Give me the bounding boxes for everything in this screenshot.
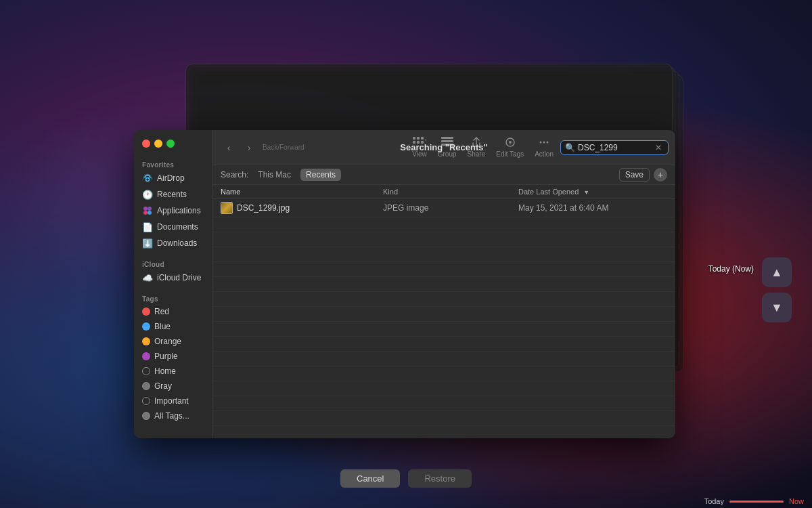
all-tags-dot xyxy=(142,412,150,420)
save-search-button[interactable]: Save xyxy=(619,168,650,182)
sidebar-item-downloads[interactable]: ⬇️ Downloads xyxy=(137,236,209,251)
svg-rect-12 xyxy=(441,137,453,139)
toolbar: ‹ › Back/Forward Searching "Recents" xyxy=(212,130,675,165)
red-tag-dot xyxy=(142,308,150,316)
column-header-kind[interactable]: Kind xyxy=(383,188,518,196)
sidebar-label-recents: Recents xyxy=(157,190,187,199)
file-kind: JPEG image xyxy=(383,203,518,213)
action-label: Action xyxy=(535,150,554,158)
sort-indicator: ▼ xyxy=(583,189,589,196)
sidebar-label-tag-gray: Gray xyxy=(154,381,172,391)
home-tag-dot xyxy=(142,367,150,375)
sidebar-label-tag-home: Home xyxy=(154,366,176,376)
restore-button[interactable]: Restore xyxy=(408,469,472,488)
sidebar-item-tag-important[interactable]: Important xyxy=(137,394,209,408)
svg-marker-11 xyxy=(425,140,426,142)
file-date: May 15, 2021 at 6:40 AM xyxy=(518,203,667,213)
svg-point-19 xyxy=(543,142,545,144)
timeline-now: Now xyxy=(789,497,804,505)
search-scope-bar: Search: This Mac Recents Save + xyxy=(212,165,675,185)
add-search-criteria-button[interactable]: + xyxy=(654,168,667,182)
search-scope-label: Search: xyxy=(221,170,248,179)
timeline: Today Now xyxy=(696,494,812,508)
today-now-container: Today (Now) ▲ xyxy=(762,257,792,287)
empty-row xyxy=(212,352,675,366)
important-tag-dot xyxy=(142,397,150,405)
column-header-name[interactable]: Name xyxy=(221,188,383,196)
file-list: Name Kind Date Last Opened ▼ DSC_1299.jp… xyxy=(212,185,675,438)
scope-this-mac-button[interactable]: This Mac xyxy=(252,169,296,181)
empty-row xyxy=(212,322,675,337)
empty-row xyxy=(212,381,675,396)
svg-rect-7 xyxy=(421,137,424,140)
sidebar-item-tag-orange[interactable]: Orange xyxy=(137,335,209,348)
fullscreen-button[interactable] xyxy=(166,140,175,148)
svg-point-1 xyxy=(143,207,148,211)
svg-point-4 xyxy=(148,211,152,215)
downloads-icon: ⬇️ xyxy=(142,238,153,249)
sidebar-item-recents[interactable]: 🕐 Recents xyxy=(137,187,209,202)
close-button[interactable] xyxy=(142,140,150,148)
minimize-button[interactable] xyxy=(154,140,162,148)
tags-section-label: Tags xyxy=(134,291,212,304)
forward-button[interactable]: › xyxy=(240,140,258,156)
sidebar-label-tag-blue: Blue xyxy=(154,322,171,331)
search-input[interactable] xyxy=(578,143,652,152)
main-content: ‹ › Back/Forward Searching "Recents" xyxy=(212,130,675,438)
orange-tag-dot xyxy=(142,337,150,345)
svg-point-2 xyxy=(148,207,152,211)
empty-row xyxy=(212,396,675,411)
sidebar-item-tag-gray[interactable]: Gray xyxy=(137,379,209,393)
icloud-section-label: iCloud xyxy=(134,257,212,270)
empty-row xyxy=(212,337,675,352)
file-thumbnail-icon xyxy=(221,202,233,214)
favorites-section-label: Favorites xyxy=(134,157,212,170)
empty-row xyxy=(212,277,675,292)
sidebar-item-tag-blue[interactable]: Blue xyxy=(137,320,209,333)
search-icon: 🔍 xyxy=(565,143,575,152)
sidebar-item-icloud-drive[interactable]: ☁️ iCloud Drive xyxy=(137,270,209,285)
window-title: Searching "Recents" xyxy=(400,142,487,152)
back-button[interactable]: ‹ xyxy=(219,140,238,156)
applications-icon xyxy=(142,205,153,216)
purple-tag-dot xyxy=(142,352,150,360)
scroll-down-button[interactable]: ▼ xyxy=(762,293,792,322)
sidebar-label-tag-important: Important xyxy=(154,396,189,406)
svg-rect-5 xyxy=(413,137,415,140)
file-name: DSC_1299.jpg xyxy=(237,203,290,213)
sidebar-item-tag-purple[interactable]: Purple xyxy=(137,350,209,363)
edit-tags-button[interactable]: Edit Tags xyxy=(492,135,528,159)
svg-point-3 xyxy=(143,211,148,215)
empty-row xyxy=(212,307,675,322)
file-name-cell: DSC_1299.jpg xyxy=(221,202,383,214)
gray-tag-dot xyxy=(142,382,150,390)
column-header-date[interactable]: Date Last Opened ▼ xyxy=(518,188,667,196)
edit-tags-icon xyxy=(505,137,516,150)
sidebar-item-tag-home[interactable]: Home xyxy=(137,364,209,378)
sidebar-item-airdrop[interactable]: AirDrop xyxy=(137,171,209,186)
sidebar-item-documents[interactable]: 📄 Documents xyxy=(137,219,209,234)
empty-row xyxy=(212,366,675,381)
empty-row xyxy=(212,232,675,247)
sidebar-label-tag-red: Red xyxy=(154,307,169,316)
file-row[interactable]: DSC_1299.jpg JPEG image May 15, 2021 at … xyxy=(212,199,675,217)
empty-row xyxy=(212,292,675,307)
sidebar-label-documents: Documents xyxy=(157,222,198,232)
sidebar-label-all-tags: All Tags... xyxy=(154,411,189,421)
search-clear-button[interactable]: ✕ xyxy=(655,144,662,152)
right-widget: Today (Now) ▲ ▼ xyxy=(762,257,792,322)
sidebar-label-icloud-drive: iCloud Drive xyxy=(157,273,201,282)
sidebar-item-applications[interactable]: Applications xyxy=(137,203,209,218)
svg-point-18 xyxy=(540,142,542,144)
file-list-header: Name Kind Date Last Opened ▼ xyxy=(212,185,675,199)
svg-rect-6 xyxy=(417,137,420,140)
scope-recents-button[interactable]: Recents xyxy=(300,169,341,181)
sidebar-item-all-tags[interactable]: All Tags... xyxy=(137,409,209,423)
bottom-bar: Cancel Restore xyxy=(340,469,472,488)
action-button[interactable]: Action xyxy=(531,135,558,159)
scroll-up-button[interactable]: ▲ xyxy=(762,257,792,287)
empty-row xyxy=(212,411,675,426)
svg-point-0 xyxy=(146,178,150,182)
sidebar-item-tag-red[interactable]: Red xyxy=(137,305,209,318)
cancel-button[interactable]: Cancel xyxy=(340,469,400,488)
